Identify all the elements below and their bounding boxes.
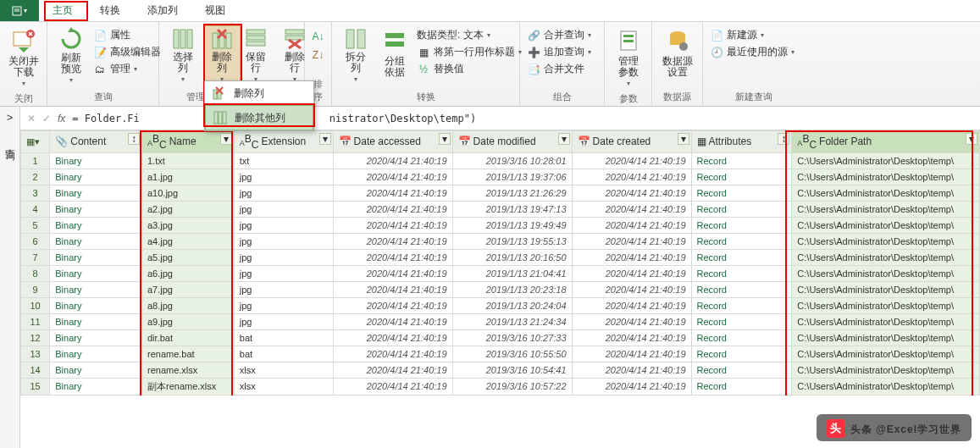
cell-dm[interactable]: 2019/1/13 20:16:50: [452, 249, 572, 265]
table-row[interactable]: 5 Binary a3.jpg jpg 2020/4/14 21:40:19 2…: [21, 217, 980, 233]
col-content[interactable]: 📎Content↕: [50, 131, 142, 153]
cell-path[interactable]: C:\Users\Administrator\Desktop\temp\: [792, 281, 980, 297]
cell-dm[interactable]: 2019/3/16 10:55:50: [452, 346, 572, 362]
cell-attr[interactable]: Record: [691, 201, 792, 217]
filter-dm[interactable]: ▾: [558, 133, 570, 145]
cell-da[interactable]: 2020/4/14 21:40:19: [333, 313, 452, 329]
cell-dm[interactable]: 2019/3/16 10:57:22: [452, 378, 572, 395]
cell-content[interactable]: Binary: [50, 329, 142, 346]
cell-ext[interactable]: jpg: [234, 297, 333, 313]
col-attributes[interactable]: ▦Attributes↕: [691, 131, 792, 153]
table-row[interactable]: 11 Binary a9.jpg jpg 2020/4/14 21:40:19 …: [21, 313, 980, 329]
cell-content[interactable]: Binary: [50, 378, 142, 395]
merge-queries-button[interactable]: 🔗合并查询▾: [525, 27, 599, 43]
cell-dc[interactable]: 2020/4/14 21:40:19: [572, 362, 691, 378]
row-number[interactable]: 13: [21, 346, 50, 362]
cell-name[interactable]: a4.jpg: [142, 233, 235, 249]
cell-attr[interactable]: Record: [691, 233, 792, 249]
row-number[interactable]: 7: [21, 249, 50, 265]
table-row[interactable]: 8 Binary a6.jpg jpg 2020/4/14 21:40:19 2…: [21, 265, 980, 281]
cell-ext[interactable]: jpg: [234, 201, 333, 217]
cell-ext[interactable]: jpg: [234, 249, 333, 265]
tab-home[interactable]: 主页: [39, 0, 86, 21]
datasource-settings-button[interactable]: 数据源 设置: [657, 25, 697, 80]
cell-ext[interactable]: txt: [234, 152, 333, 169]
row-number[interactable]: 11: [21, 313, 50, 329]
cell-da[interactable]: 2020/4/14 21:40:19: [333, 233, 452, 249]
cell-attr[interactable]: Record: [691, 249, 792, 265]
cell-dc[interactable]: 2020/4/14 21:40:19: [572, 233, 691, 249]
cell-path[interactable]: C:\Users\Administrator\Desktop\temp\: [792, 233, 980, 249]
choose-columns-button[interactable]: 选择 列▾: [164, 25, 202, 86]
close-load-button[interactable]: 关闭并 下载▾: [5, 25, 42, 91]
row-number[interactable]: 2: [21, 169, 50, 185]
datatype-button[interactable]: 数据类型: 文本▾: [415, 27, 523, 43]
row-number[interactable]: 14: [21, 362, 50, 378]
cell-ext[interactable]: xlsx: [234, 378, 333, 395]
cell-name[interactable]: rename.xlsx: [142, 362, 235, 378]
cell-dm[interactable]: 2019/3/16 10:27:33: [452, 329, 572, 346]
table-row[interactable]: 10 Binary a8.jpg jpg 2020/4/14 21:40:19 …: [21, 297, 980, 313]
cell-attr[interactable]: Record: [691, 152, 792, 169]
table-row[interactable]: 14 Binary rename.xlsx xlsx 2020/4/14 21:…: [21, 362, 980, 378]
cell-name[interactable]: 1.txt: [142, 152, 235, 169]
cell-dm[interactable]: 2019/1/13 20:24:04: [452, 297, 572, 313]
tab-transform[interactable]: 转换: [86, 0, 134, 21]
filter-content[interactable]: ↕: [128, 133, 140, 145]
file-menu-button[interactable]: ▾: [0, 0, 39, 21]
formula-cancel-icon[interactable]: ✕: [27, 113, 36, 124]
cell-ext[interactable]: jpg: [234, 233, 333, 249]
cell-ext[interactable]: jpg: [234, 185, 333, 201]
new-source-button[interactable]: 📄新建源▾: [708, 27, 800, 43]
cell-dc[interactable]: 2020/4/14 21:40:19: [572, 185, 691, 201]
table-row[interactable]: 4 Binary a2.jpg jpg 2020/4/14 21:40:19 2…: [21, 201, 980, 217]
cell-dc[interactable]: 2020/4/14 21:40:19: [572, 152, 691, 169]
cell-name[interactable]: rename.bat: [142, 346, 235, 362]
row-number[interactable]: 9: [21, 281, 50, 297]
row-number[interactable]: 5: [21, 217, 50, 233]
row-number[interactable]: 15: [21, 378, 50, 395]
manage-button[interactable]: 🗂管理▾: [91, 61, 163, 77]
cell-dc[interactable]: 2020/4/14 21:40:19: [572, 378, 691, 395]
dropdown-remove-other-columns[interactable]: 删除其他列: [205, 105, 313, 130]
manage-params-button[interactable]: 管理 参数▾: [610, 25, 647, 91]
cell-dm[interactable]: 2019/1/13 19:37:06: [452, 169, 572, 185]
table-row[interactable]: 7 Binary a5.jpg jpg 2020/4/14 21:40:19 2…: [21, 249, 980, 265]
table-row[interactable]: 13 Binary rename.bat bat 2020/4/14 21:40…: [21, 346, 980, 362]
cell-content[interactable]: Binary: [50, 313, 142, 329]
table-row[interactable]: 15 Binary 副本rename.xlsx xlsx 2020/4/14 2…: [21, 378, 980, 395]
table-row[interactable]: 3 Binary a10.jpg jpg 2020/4/14 21:40:19 …: [21, 185, 980, 201]
cell-name[interactable]: a3.jpg: [142, 217, 235, 233]
cell-da[interactable]: 2020/4/14 21:40:19: [333, 265, 452, 281]
col-date-created[interactable]: 📅Date created▾: [572, 131, 691, 153]
cell-name[interactable]: a10.jpg: [142, 185, 235, 201]
cell-ext[interactable]: jpg: [234, 217, 333, 233]
cell-attr[interactable]: Record: [691, 378, 792, 395]
filter-name[interactable]: ▾: [220, 133, 232, 145]
filter-ext[interactable]: ▾: [319, 133, 331, 145]
cell-da[interactable]: 2020/4/14 21:40:19: [333, 329, 452, 346]
cell-name[interactable]: a2.jpg: [142, 201, 235, 217]
keep-rows-button[interactable]: 保留 行▾: [237, 25, 274, 86]
cell-path[interactable]: C:\Users\Administrator\Desktop\temp\: [792, 169, 980, 185]
cell-content[interactable]: Binary: [50, 233, 142, 249]
cell-attr[interactable]: Record: [691, 185, 792, 201]
cell-path[interactable]: C:\Users\Administrator\Desktop\temp\: [792, 152, 980, 169]
table-row[interactable]: 9 Binary a7.jpg jpg 2020/4/14 21:40:19 2…: [21, 281, 980, 297]
cell-dm[interactable]: 2019/1/13 19:47:13: [452, 201, 572, 217]
cell-name[interactable]: 副本rename.xlsx: [142, 378, 235, 395]
cell-dc[interactable]: 2020/4/14 21:40:19: [572, 169, 691, 185]
cell-attr[interactable]: Record: [691, 297, 792, 313]
filter-da[interactable]: ▾: [439, 133, 451, 145]
row-number[interactable]: 1: [21, 152, 50, 169]
cell-da[interactable]: 2020/4/14 21:40:19: [333, 378, 452, 395]
cell-da[interactable]: 2020/4/14 21:40:19: [333, 217, 452, 233]
recent-sources-button[interactable]: 🕘最近使用的源▾: [708, 44, 800, 60]
cell-dc[interactable]: 2020/4/14 21:40:19: [572, 265, 691, 281]
cell-content[interactable]: Binary: [50, 297, 142, 313]
cell-dm[interactable]: 2019/1/13 19:49:49: [452, 217, 572, 233]
cell-attr[interactable]: Record: [691, 346, 792, 362]
col-name[interactable]: ABCName▾: [142, 131, 235, 153]
cell-attr[interactable]: Record: [691, 217, 792, 233]
cell-name[interactable]: dir.bat: [142, 329, 235, 346]
